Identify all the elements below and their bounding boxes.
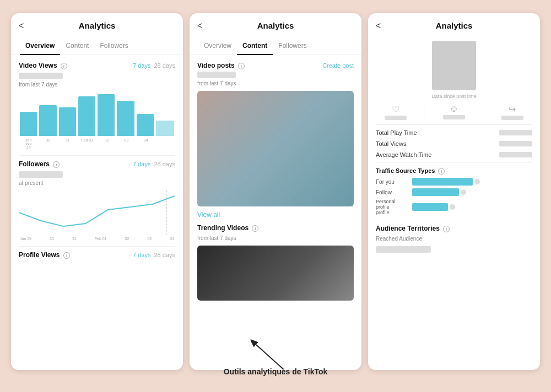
profile-views-info[interactable]: i xyxy=(63,252,70,259)
divider-v2 xyxy=(483,104,483,120)
profile-dot xyxy=(450,204,455,210)
follow-dot xyxy=(461,189,466,195)
stat-watch-time: Average Watch Time xyxy=(376,151,532,158)
line-label-2: 30 xyxy=(50,237,54,241)
bar-label-1: Janxxx29 xyxy=(20,138,37,150)
profile-views-28d[interactable]: 28 days xyxy=(154,252,175,258)
tab-followers-1[interactable]: Followers xyxy=(94,37,133,55)
traffic-info[interactable]: i xyxy=(438,168,445,175)
video-views-label: from last 7 days xyxy=(19,81,175,88)
follow-label: Follow xyxy=(376,189,409,195)
watch-time-val xyxy=(499,152,532,157)
audience-header: Audience Territories i xyxy=(376,225,532,232)
profile-views-days: 7 days 28 days xyxy=(133,252,175,258)
panel3-title: Analytics xyxy=(436,21,473,30)
bar-label-6: 03 xyxy=(118,138,136,150)
heart-icon: ♡ xyxy=(392,104,399,115)
panel3-content: Data since post time ♡ ☺ ↪ Total P xyxy=(368,35,540,348)
followers-7d[interactable]: 7 days xyxy=(133,161,150,167)
trending-thumbnail[interactable] xyxy=(197,246,354,301)
share-count xyxy=(501,116,523,120)
trending-header: Trending Videos i xyxy=(197,224,354,232)
trending-from: from last 7 days xyxy=(197,235,354,241)
video-thumbnail-main[interactable] xyxy=(197,91,354,206)
line-label-1: Jan 29 xyxy=(20,237,31,241)
line-chart-container xyxy=(19,190,175,235)
panel3-header: < Analytics xyxy=(368,13,540,35)
for-you-label: For you xyxy=(376,179,409,185)
bar-8 xyxy=(156,121,174,136)
comment-icon: ☺ xyxy=(450,104,458,114)
line-label-7: 04 xyxy=(170,237,174,241)
followers-info[interactable]: i xyxy=(53,161,60,168)
video-views-title: Video Views i xyxy=(19,62,67,69)
profile-views-header: Profile Views i 7 days 28 days xyxy=(19,251,175,259)
divider-1 xyxy=(19,155,175,156)
panel-content: < Analytics Overview Content Followers V… xyxy=(190,13,361,370)
divider-3 xyxy=(376,162,532,163)
reaction-share: ↪ xyxy=(501,104,523,120)
back-icon-3[interactable]: < xyxy=(376,21,381,31)
line-label-6: 03 xyxy=(147,237,152,241)
like-count xyxy=(385,116,407,120)
traffic-follow: Follow xyxy=(376,188,532,196)
profile-views-7d[interactable]: 7 days xyxy=(133,252,150,258)
video-views-7d[interactable]: 7 days xyxy=(133,62,150,69)
traffic-profile: Personal profileprofile xyxy=(376,199,532,215)
follow-bar xyxy=(412,188,459,196)
line-chart xyxy=(19,190,175,235)
audience-title: Audience Territories i xyxy=(376,225,450,232)
video-posts-value xyxy=(197,72,236,78)
followers-header: Followers i 7 days 28 days xyxy=(19,160,175,168)
traffic-for-you: For you xyxy=(376,178,532,186)
line-label-3: 31 xyxy=(72,237,77,241)
followers-value xyxy=(19,171,63,178)
back-icon-2[interactable]: < xyxy=(197,21,202,31)
stat-total-views: Total Views xyxy=(376,140,532,147)
view-all-button[interactable]: View all xyxy=(197,211,354,219)
traffic-title: Traffic Source Types i xyxy=(376,167,532,175)
watch-time-label: Average Watch Time xyxy=(376,151,432,158)
video-posts-info[interactable]: i xyxy=(238,63,245,69)
panel2-header: < Analytics xyxy=(190,13,361,35)
tab-content-2[interactable]: Content xyxy=(237,37,273,55)
followers-title: Followers i xyxy=(19,160,60,168)
trending-info[interactable]: i xyxy=(252,225,258,232)
total-views-label: Total Views xyxy=(376,140,406,147)
bar-label-3: 31 xyxy=(59,138,77,150)
tab-content-1[interactable]: Content xyxy=(60,37,94,55)
line-chart-labels: Jan 29 30 31 Feb 01 02 03 04 xyxy=(19,237,175,241)
bar-chart xyxy=(19,92,175,136)
divider-4 xyxy=(376,220,532,220)
profile-bar-wrap xyxy=(412,203,532,211)
reaction-like: ♡ xyxy=(385,104,407,120)
post-image xyxy=(432,41,476,90)
trending-title: Trending Videos i xyxy=(197,224,258,232)
bar-3 xyxy=(59,107,76,136)
reached-audience-val xyxy=(376,246,431,253)
tab-followers-2[interactable]: Followers xyxy=(273,37,312,55)
video-views-header: Video Views i 7 days 28 days xyxy=(19,62,175,69)
line-label-5: 02 xyxy=(125,237,129,241)
tab-overview-2[interactable]: Overview xyxy=(198,37,237,55)
video-views-days: 7 days 28 days xyxy=(133,62,175,69)
followers-days: 7 days 28 days xyxy=(133,161,175,167)
reaction-comment: ☺ xyxy=(443,104,465,119)
create-post-button[interactable]: Create post xyxy=(322,62,354,69)
audience-info[interactable]: i xyxy=(443,226,450,232)
panel2-tabs: Overview Content Followers xyxy=(190,35,361,55)
video-views-info[interactable]: i xyxy=(61,63,67,69)
for-you-dot xyxy=(474,179,480,184)
total-views-val xyxy=(499,141,532,146)
video-posts-title: Video posts i xyxy=(197,62,245,69)
panel2-title: Analytics xyxy=(257,21,294,30)
reaction-row: ♡ ☺ ↪ xyxy=(376,104,532,125)
bar-label-5: 02 xyxy=(98,138,116,150)
followers-28d[interactable]: 28 days xyxy=(154,161,175,167)
back-icon-1[interactable]: < xyxy=(19,21,24,31)
main-container: < Analytics Overview Content Followers V… xyxy=(0,0,551,392)
share-icon: ↪ xyxy=(509,104,516,115)
video-views-28d[interactable]: 28 days xyxy=(154,62,175,69)
tab-overview-1[interactable]: Overview xyxy=(20,37,60,55)
data-since: Data since post time xyxy=(376,94,532,99)
